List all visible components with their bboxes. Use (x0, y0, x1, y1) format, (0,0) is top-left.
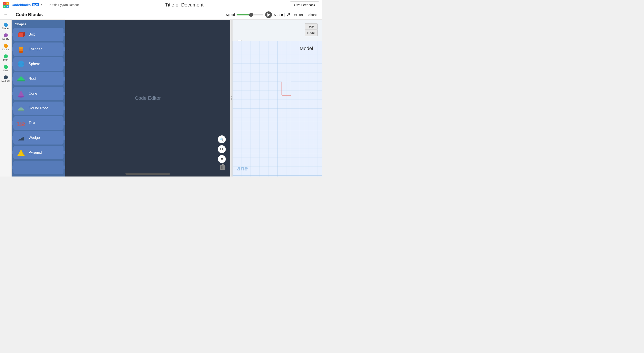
round-roof-label: Round Roof (28, 106, 48, 110)
svg-rect-31 (232, 41, 322, 177)
shape-button-cone[interactable]: Cone (14, 87, 64, 100)
trash-button[interactable] (220, 163, 226, 172)
fit-icon: = (221, 157, 223, 161)
svg-line-22 (222, 150, 224, 151)
control-dot (4, 44, 8, 48)
step-icon: ▶| (281, 13, 285, 17)
give-feedback-button[interactable]: Give Feedback (290, 2, 319, 8)
new-badge: NEW (32, 3, 39, 6)
svg-rect-13 (18, 110, 24, 111)
svg-marker-9 (18, 76, 24, 80)
sidebar-item-math[interactable]: Math (0, 53, 11, 63)
modify-dot (4, 33, 8, 37)
shape-button-cylinder[interactable]: Cylinder (14, 43, 64, 56)
shapes-label: Shapes (2, 27, 10, 30)
viewport-top-controls: TOP FRONT (232, 20, 322, 41)
shape-button-extra[interactable] (14, 161, 64, 174)
export-button[interactable]: Export (292, 12, 304, 18)
speed-section: Speed Step ▶| ↺ Export Share (226, 12, 318, 18)
codeblocks-button[interactable]: Codeblocks NEW ▾ (12, 3, 42, 7)
wedge-label: Wedge (28, 136, 40, 140)
editor-scrollbar[interactable] (126, 173, 170, 175)
svg-point-4 (19, 47, 23, 49)
svg-rect-20 (18, 166, 24, 170)
logo-n: N (3, 5, 6, 8)
round-roof-icon (16, 103, 26, 113)
editor-zoom-controls: 🔍 = (218, 135, 226, 163)
project-name[interactable]: Terrific Fyyran-Densor (48, 3, 79, 7)
reset-button[interactable]: ↺ (286, 12, 290, 18)
code-blocks-title: → Code Blocks (11, 12, 43, 17)
view-cube-front-face[interactable]: FRONT (305, 30, 318, 36)
logo-t: T (3, 2, 6, 5)
view-label: ane (237, 165, 248, 172)
divider-handle (231, 96, 232, 100)
shape-button-text[interactable]: TEXT Text (14, 116, 64, 130)
document-title[interactable]: Title of Document (82, 2, 287, 8)
editor-fit-button[interactable]: = (218, 155, 226, 163)
sidebar-item-control[interactable]: Control (0, 43, 11, 52)
editor-zoom-out-button[interactable] (218, 145, 226, 153)
codeblocks-label: Codeblocks (12, 3, 31, 7)
svg-rect-0 (18, 33, 23, 37)
shape-button-round-roof[interactable]: Round Roof (14, 102, 64, 115)
toolbar: ← → Code Blocks Speed Step ▶| ↺ Export S… (0, 10, 322, 20)
editor-zoom-in-button[interactable]: 🔍 (218, 135, 226, 143)
play-button[interactable] (265, 12, 272, 18)
sphere-label: Sphere (28, 62, 40, 66)
box-label: Box (28, 33, 35, 37)
grid-area[interactable]: Model ane (232, 41, 322, 177)
shape-button-box[interactable]: Box (14, 28, 64, 41)
cylinder-label: Cylinder (28, 47, 42, 51)
title-text: Code Blocks (16, 12, 43, 17)
shape-button-roof[interactable]: Roof (14, 72, 64, 86)
svg-marker-11 (18, 90, 24, 97)
sidebar-item-markup[interactable]: Mark Up (0, 74, 11, 84)
shapes-dot (4, 23, 8, 27)
roof-label: Roof (28, 77, 36, 81)
svg-point-12 (18, 96, 24, 98)
speed-slider[interactable] (236, 14, 264, 16)
sphere-icon (16, 59, 26, 69)
roof-icon (16, 74, 26, 84)
shapes-header: Shapes (14, 22, 64, 28)
play-icon (268, 13, 270, 17)
shape-button-pyramid[interactable]: Pyramid (14, 146, 64, 159)
cylinder-icon (16, 44, 26, 54)
shape-button-wedge[interactable]: Wedge (14, 131, 64, 145)
sidebar-item-data[interactable]: Data (0, 64, 11, 73)
svg-point-5 (19, 51, 23, 53)
box-icon (16, 30, 26, 39)
step-button[interactable]: Step ▶| (274, 13, 285, 17)
pyramid-label: Pyramid (28, 151, 42, 155)
trash-icon (220, 163, 226, 170)
chevron-down-icon: ▾ (41, 4, 42, 6)
zoom-in-icon: 🔍 (220, 137, 224, 142)
cone-label: Cone (28, 92, 37, 96)
sidebar-item-modify[interactable]: Modify (0, 32, 11, 42)
model-label: Model (300, 46, 313, 52)
code-editor-area[interactable]: Code Editor 🔍 = (65, 20, 230, 177)
text-shape-icon: TEXT (16, 118, 26, 128)
pyramid-icon (16, 148, 26, 157)
panel-divider[interactable] (230, 20, 232, 177)
math-dot (4, 54, 8, 58)
back-button[interactable]: ← (4, 12, 8, 17)
sidebar-item-shapes[interactable]: Shapes (0, 22, 11, 31)
share-button[interactable]: Share (306, 12, 318, 18)
view-cube[interactable]: TOP FRONT (302, 22, 320, 39)
markup-label: Mark Up (2, 80, 10, 82)
arrow-icon: → (11, 13, 14, 17)
svg-rect-10 (18, 80, 24, 81)
markup-dot (4, 75, 8, 79)
view-cube-top-face[interactable]: TOP (305, 23, 318, 30)
step-label: Step (274, 13, 280, 17)
math-label: Math (3, 59, 8, 61)
shape-button-sphere[interactable]: Sphere (14, 57, 64, 71)
svg-point-6 (18, 61, 24, 67)
extra-icon (16, 162, 26, 172)
svg-marker-17 (18, 136, 24, 141)
data-dot (4, 65, 8, 69)
modify-label: Modify (2, 38, 9, 40)
zoom-out-icon (220, 147, 224, 151)
